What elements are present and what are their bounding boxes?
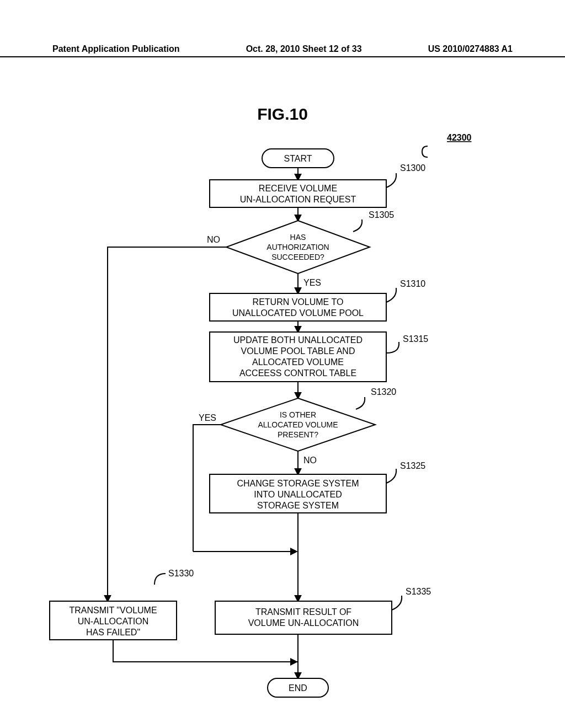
s1325-l2: INTO UNALLOCATED [254, 490, 342, 499]
s1320-no: NO [303, 456, 317, 465]
s1310-ref: S1310 [400, 279, 425, 288]
s1325-ref: S1325 [400, 461, 425, 470]
header-right: US 2010/0274883 A1 [428, 44, 513, 54]
s1305-l2: AUTHORIZATION [266, 243, 329, 251]
s1305-l3: SUCCEEDED? [271, 253, 324, 261]
figure-title: FIG.10 [0, 105, 565, 124]
step-s1335 [215, 601, 392, 634]
s1305-l1: HAS [290, 233, 306, 242]
s1300-l1: RECEIVE VOLUME [259, 184, 337, 193]
s1335-l1: TRANSMIT RESULT OF [255, 607, 351, 617]
s1320-l3: PRESENT? [278, 430, 318, 439]
s1315-l1: UPDATE BOTH UNALLOCATED [233, 335, 363, 345]
header-left: Patent Application Publication [52, 44, 180, 54]
s1325-l3: STORAGE SYSTEM [257, 501, 339, 510]
flowchart: 42300 START RECEIVE VOLUME UN-ALLOCATION… [44, 132, 521, 717]
s1305-ref: S1305 [369, 210, 394, 220]
end-label: END [289, 683, 307, 693]
s1320-l2: ALLOCATED VOLUME [258, 420, 338, 429]
start-label: START [284, 154, 312, 163]
proc-ref: 42300 [447, 133, 472, 142]
s1310-l1: RETURN VOLUME TO [253, 297, 344, 307]
s1320-l1: IS OTHER [280, 410, 316, 419]
s1305-yes: YES [303, 278, 321, 287]
header-center: Oct. 28, 2010 Sheet 12 of 33 [246, 44, 362, 54]
s1330-ref: S1330 [168, 569, 194, 578]
s1335-l2: VOLUME UN-ALLOCATION [248, 618, 359, 628]
s1315-l3: ALLOCATED VOLUME [252, 357, 344, 367]
s1330-l1: TRANSMIT "VOLUME [69, 606, 157, 615]
s1315-l4: ACCEESS CONTROL TABLE [239, 368, 356, 378]
s1305-no: NO [207, 235, 220, 244]
s1315-l2: VOLUME POOL TABLE AND [241, 346, 355, 356]
s1330-l2: UN-ALLOCATION [78, 617, 149, 626]
s1315-ref: S1315 [403, 334, 428, 344]
s1310-l2: UNALLOCATED VOLUME POOL [232, 308, 364, 318]
s1300-ref: S1300 [400, 163, 425, 173]
s1325-l1: CHANGE STORAGE SYSTEM [237, 479, 359, 488]
s1330-l3: HAS FAILED" [86, 628, 140, 637]
s1335-ref: S1335 [406, 587, 431, 596]
page-header: Patent Application Publication Oct. 28, … [0, 44, 565, 57]
s1300-l2: UN-ALLOCATION REQUEST [240, 195, 356, 204]
s1320-ref: S1320 [371, 387, 396, 397]
s1320-yes: YES [199, 413, 216, 422]
